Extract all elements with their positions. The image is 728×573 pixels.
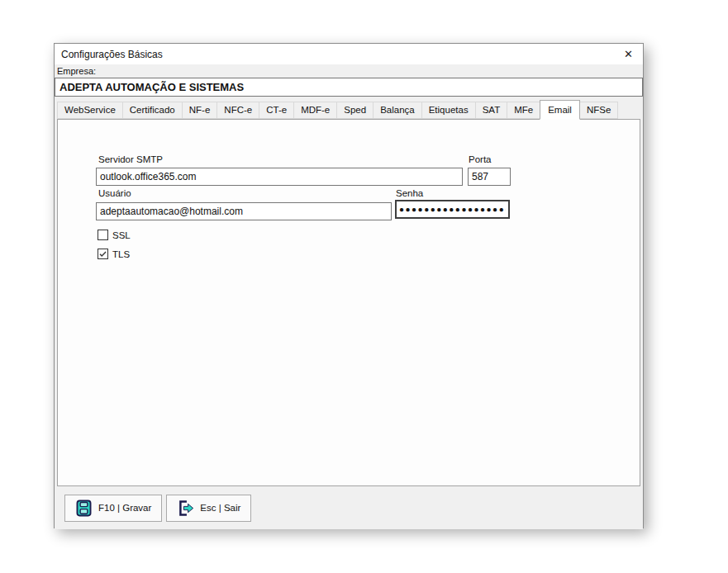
titlebar: Configurações Básicas ✕ bbox=[55, 44, 643, 64]
floppy-disk-icon bbox=[75, 500, 93, 517]
smtp-server-label: Servidor SMTP bbox=[98, 154, 163, 164]
tls-checkbox[interactable] bbox=[98, 249, 108, 259]
user-input[interactable] bbox=[96, 202, 392, 220]
close-icon[interactable]: ✕ bbox=[624, 49, 633, 59]
tab-ct-e[interactable]: CT-e bbox=[259, 102, 294, 119]
smtp-server-input[interactable] bbox=[96, 168, 463, 186]
tab-nfc-e[interactable]: NFC-e bbox=[216, 102, 259, 119]
window-title: Configurações Básicas bbox=[61, 49, 163, 60]
exit-arrow-icon bbox=[177, 500, 194, 517]
ssl-checkbox[interactable] bbox=[98, 230, 108, 240]
email-tab-panel: Servidor SMTP Porta Usuário Senha SSL TL… bbox=[57, 119, 640, 486]
tab-balanca[interactable]: Balança bbox=[373, 102, 422, 119]
password-input[interactable] bbox=[395, 200, 510, 219]
tab-strip: WebService Certificado NF-e NFC-e CT-e M… bbox=[55, 97, 643, 119]
tab-certificado[interactable]: Certificado bbox=[122, 102, 183, 119]
tab-sat[interactable]: SAT bbox=[475, 102, 508, 119]
port-input[interactable] bbox=[468, 168, 511, 186]
exit-button[interactable]: Esc | Sair bbox=[166, 495, 251, 522]
exit-button-label: Esc | Sair bbox=[200, 503, 240, 513]
port-label: Porta bbox=[469, 154, 492, 164]
tls-label: TLS bbox=[112, 249, 130, 259]
password-label: Senha bbox=[396, 188, 423, 198]
tab-nf-e[interactable]: NF-e bbox=[182, 102, 218, 119]
tab-etiquetas[interactable]: Etiquetas bbox=[421, 102, 476, 119]
tab-sped[interactable]: Sped bbox=[336, 102, 374, 119]
tab-email[interactable]: Email bbox=[540, 100, 580, 120]
tab-nfse[interactable]: NFSe bbox=[579, 102, 618, 119]
empresa-input[interactable] bbox=[55, 78, 643, 97]
empresa-label: Empresa: bbox=[55, 64, 643, 78]
tls-checkbox-row: TLS bbox=[98, 249, 130, 259]
check-icon bbox=[98, 249, 107, 258]
ssl-checkbox-row: SSL bbox=[98, 230, 131, 240]
footer-toolbar: F10 | Gravar Esc | Sair bbox=[55, 486, 643, 529]
save-button-label: F10 | Gravar bbox=[98, 503, 151, 513]
tab-webservice[interactable]: WebService bbox=[57, 102, 123, 119]
user-label: Usuário bbox=[98, 188, 131, 198]
tab-mfe[interactable]: MFe bbox=[507, 102, 540, 119]
tab-mdf-e[interactable]: MDF-e bbox=[293, 102, 337, 119]
basic-settings-window: Configurações Básicas ✕ Empresa: WebServ… bbox=[54, 43, 644, 528]
save-button[interactable]: F10 | Gravar bbox=[64, 495, 162, 522]
ssl-label: SSL bbox=[112, 230, 131, 240]
